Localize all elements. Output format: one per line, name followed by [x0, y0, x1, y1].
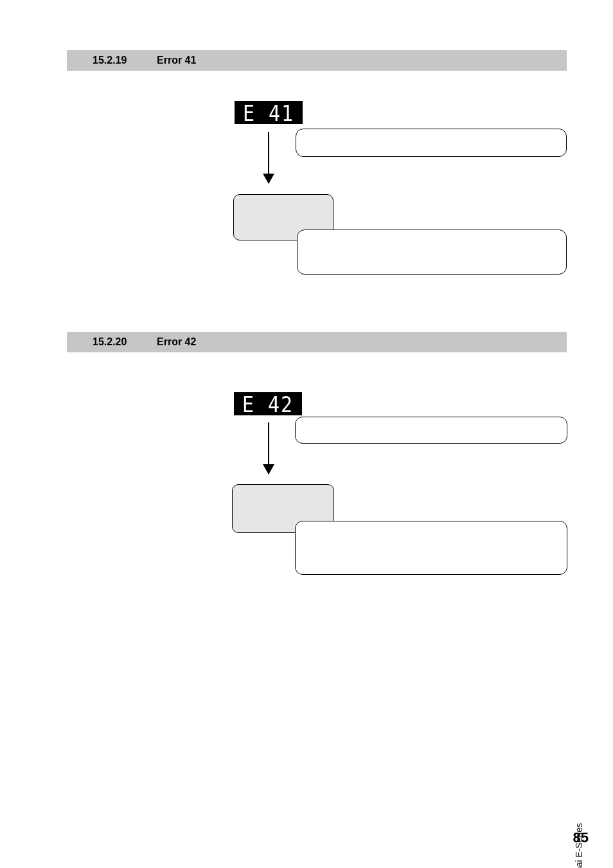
page-number: 85	[573, 829, 589, 846]
arrow-2	[268, 422, 269, 474]
section-header-2: 15.2.20 Error 42	[67, 332, 567, 352]
section-title-1: Error 41	[157, 55, 196, 66]
section-title-2: Error 42	[157, 336, 196, 348]
callout-box-1b	[297, 230, 567, 275]
section-number-2: 15.2.20	[93, 336, 157, 348]
section-number-1: 15.2.19	[93, 55, 157, 66]
section-header-1: 15.2.19 Error 41	[67, 50, 567, 71]
error-display-text-1: E 41	[243, 100, 294, 125]
error-display-2: E 42	[234, 392, 302, 417]
callout-box-2b	[295, 521, 567, 575]
callout-box-2a	[295, 417, 567, 444]
arrow-1	[268, 132, 269, 183]
callout-box-1a	[296, 129, 567, 157]
error-display-1: E 41	[235, 101, 303, 125]
error-display-text-2: E 42	[242, 391, 294, 417]
